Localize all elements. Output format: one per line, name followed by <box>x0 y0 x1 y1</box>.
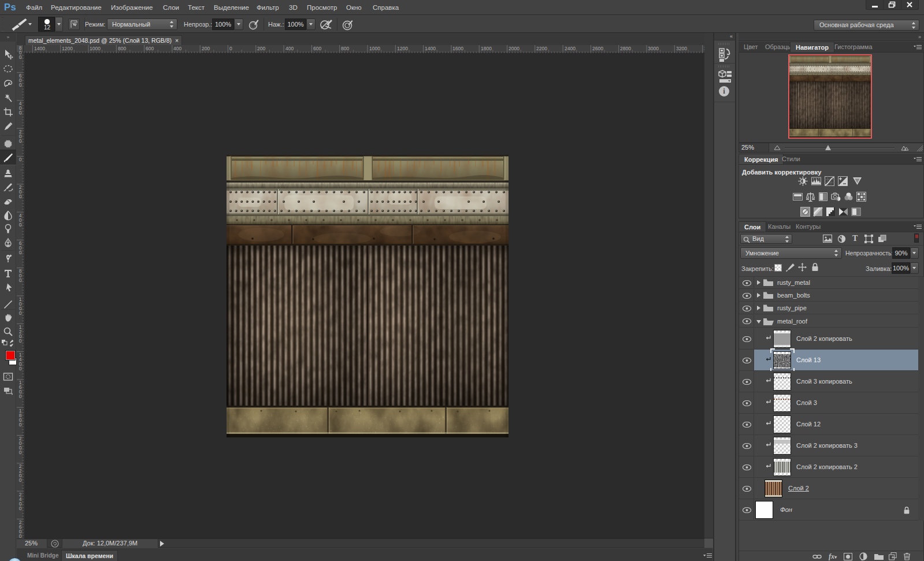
svg-text:▾: ▾ <box>861 558 863 560</box>
